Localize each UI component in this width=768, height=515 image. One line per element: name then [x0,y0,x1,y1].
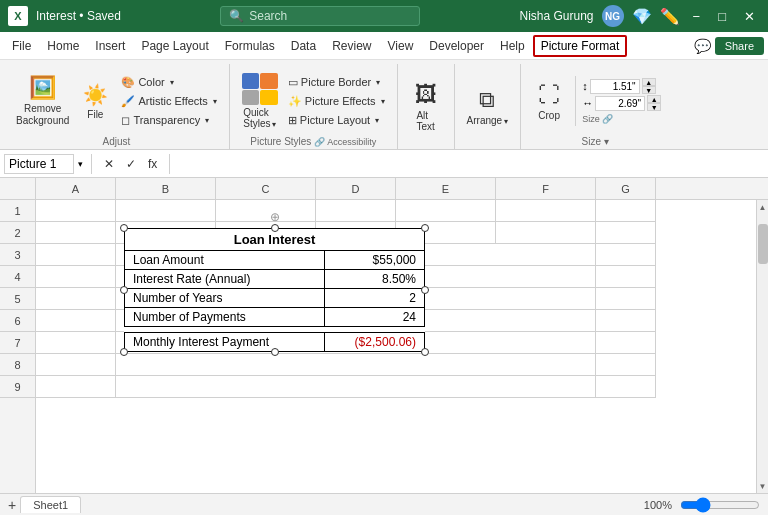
width-down-btn[interactable]: ▼ [647,103,661,111]
col-header-d[interactable]: D [316,178,396,200]
row-num-1[interactable]: 1 [0,200,35,222]
arrange-button[interactable]: ⧉ Arrange▾ [463,77,513,137]
sheet-tab-1[interactable]: Sheet1 [20,496,81,513]
search-box[interactable]: 🔍 Search [220,6,420,26]
color-button[interactable]: 🎨 Color ▾ [117,73,220,91]
function-icon[interactable]: fx [144,157,161,171]
picture-layout-button[interactable]: ⊞ Picture Layout ▾ [284,111,389,129]
menu-picture-format[interactable]: Picture Format [533,35,628,57]
menu-home[interactable]: Home [39,35,87,57]
cell-f2[interactable] [496,222,596,244]
cell-e1[interactable] [396,200,496,222]
remove-background-button[interactable]: 🖼️ RemoveBackground [12,71,73,131]
menu-review[interactable]: Review [324,35,379,57]
gem-icon[interactable]: 💎 [632,7,652,26]
col-header-g[interactable]: G [596,178,656,200]
pen-icon[interactable]: ✏️ [660,7,680,26]
cell-g6[interactable] [596,310,656,332]
menu-developer[interactable]: Developer [421,35,492,57]
menu-file[interactable]: File [4,35,39,57]
menu-help[interactable]: Help [492,35,533,57]
width-up-btn[interactable]: ▲ [647,95,661,103]
scroll-down-button[interactable]: ▼ [757,479,769,493]
cell-a3[interactable] [36,244,116,266]
maximize-button[interactable]: □ [713,9,731,24]
name-box-dropdown[interactable]: ▾ [78,159,83,169]
handle-mr[interactable] [421,286,429,294]
close-button[interactable]: ✕ [739,9,760,24]
vertical-scrollbar[interactable]: ▲ ▼ [756,200,768,493]
height-input[interactable] [590,79,640,94]
cell-g5[interactable] [596,288,656,310]
add-sheet-button[interactable]: + [8,497,16,513]
cell-f1[interactable] [496,200,596,222]
handle-tr[interactable] [421,224,429,232]
zoom-slider[interactable] [680,497,760,513]
cell-a9[interactable] [36,376,116,398]
cell-g7[interactable] [596,332,656,354]
handle-bm[interactable] [271,348,279,356]
col-header-a[interactable]: A [36,178,116,200]
minimize-button[interactable]: − [688,9,706,24]
col-header-b[interactable]: B [116,178,216,200]
cell-g2[interactable] [596,222,656,244]
comment-icon[interactable]: 💬 [694,38,711,54]
artistic-effects-button[interactable]: 🖌️ Artistic Effects ▾ [117,92,220,110]
col-header-e[interactable]: E [396,178,496,200]
cell-g4[interactable] [596,266,656,288]
height-spinner[interactable]: ▲ ▼ [642,78,656,94]
cell-a6[interactable] [36,310,116,332]
cell-b1[interactable] [116,200,216,222]
name-box[interactable] [4,154,74,174]
menu-formulas[interactable]: Formulas [217,35,283,57]
cell-a2[interactable] [36,222,116,244]
menu-page-layout[interactable]: Page Layout [133,35,216,57]
width-input[interactable] [595,96,645,111]
row-num-5[interactable]: 5 [0,288,35,310]
handle-br[interactable] [421,348,429,356]
handle-tl[interactable] [120,224,128,232]
corrections-button[interactable]: ☀️ File [75,71,115,131]
row-num-9[interactable]: 9 [0,376,35,398]
formula-input[interactable] [178,155,764,173]
row-num-2[interactable]: 2 [0,222,35,244]
confirm-icon[interactable]: ✓ [122,157,140,171]
crop-button[interactable]: ⛶ Crop [529,71,569,131]
cell-g9[interactable] [596,376,656,398]
scroll-track[interactable] [757,214,768,479]
height-down-btn[interactable]: ▼ [642,86,656,94]
size-expand[interactable]: Size 🔗 [582,114,661,124]
transparency-button[interactable]: ◻ Transparency ▾ [117,111,220,129]
width-spinner[interactable]: ▲ ▼ [647,95,661,111]
handle-ml[interactable] [120,286,128,294]
height-up-btn[interactable]: ▲ [642,78,656,86]
share-button[interactable]: Share [715,37,764,55]
cell-d1[interactable] [316,200,396,222]
quick-styles-button[interactable]: QuickStyles▾ [238,71,282,131]
col-header-f[interactable]: F [496,178,596,200]
cell-b9[interactable] [116,376,596,398]
row-num-3[interactable]: 3 [0,244,35,266]
scroll-up-button[interactable]: ▲ [757,200,769,214]
cell-a1[interactable] [36,200,116,222]
cell-a4[interactable] [36,266,116,288]
cell-a7[interactable] [36,332,116,354]
cell-a8[interactable] [36,354,116,376]
move-icon[interactable]: ⊕ [270,210,280,224]
cell-g1[interactable] [596,200,656,222]
cancel-icon[interactable]: ✕ [100,157,118,171]
handle-bl[interactable] [120,348,128,356]
menu-insert[interactable]: Insert [87,35,133,57]
col-header-c[interactable]: C [216,178,316,200]
row-num-8[interactable]: 8 [0,354,35,376]
picture-effects-button[interactable]: ✨ Picture Effects ▾ [284,92,389,110]
cell-g3[interactable] [596,244,656,266]
alt-text-button[interactable]: 🖼 AltText [406,77,446,137]
scroll-thumb[interactable] [758,224,768,264]
row-num-4[interactable]: 4 [0,266,35,288]
picture-border-button[interactable]: ▭ Picture Border ▾ [284,73,389,91]
cell-c1[interactable] [216,200,316,222]
row-num-7[interactable]: 7 [0,332,35,354]
cell-a5[interactable] [36,288,116,310]
handle-tm[interactable] [271,224,279,232]
